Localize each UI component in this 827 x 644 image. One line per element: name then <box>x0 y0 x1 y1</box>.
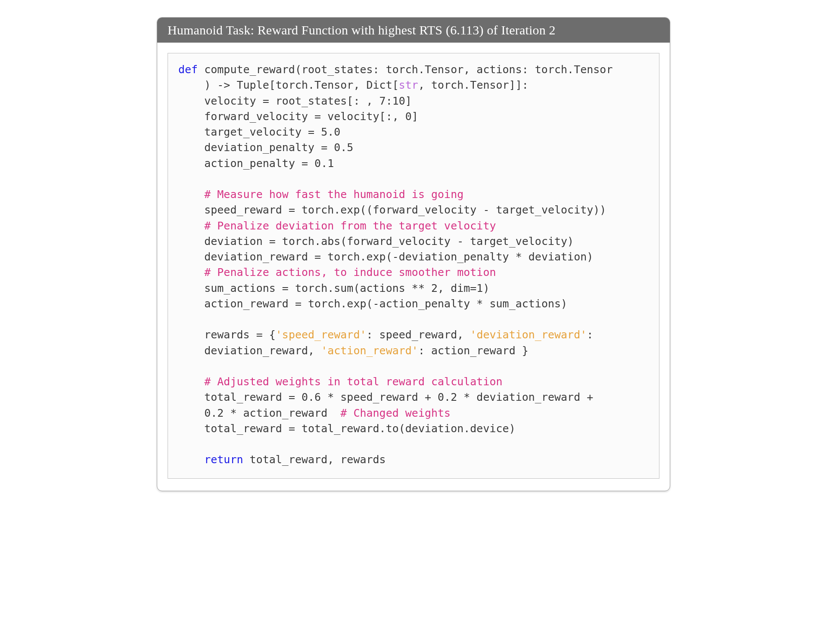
code-token: # Measure how fast the humanoid is going <box>204 188 463 201</box>
code-token: str <box>399 79 418 91</box>
code-token: # Penalize actions, to induce smoother m… <box>204 266 496 279</box>
code-panel: Humanoid Task: Reward Function with high… <box>157 17 670 491</box>
panel-title: Humanoid Task: Reward Function with high… <box>157 18 670 43</box>
code-block: def compute_reward(root_states: torch.Te… <box>178 62 649 468</box>
code-token: def <box>178 63 198 76</box>
code-container: def compute_reward(root_states: torch.Te… <box>168 53 659 479</box>
code-token: return <box>204 453 243 466</box>
panel-body: def compute_reward(root_states: torch.Te… <box>157 43 670 491</box>
code-token: # Adjusted weights in total reward calcu… <box>204 375 502 388</box>
code-token: 'action_reward' <box>321 344 418 357</box>
code-token: 'deviation_reward' <box>470 328 587 341</box>
code-token: 'speed_reward' <box>276 328 367 341</box>
code-token: # Penalize deviation from the target vel… <box>204 220 496 232</box>
code-token: # Changed weights <box>340 407 451 419</box>
